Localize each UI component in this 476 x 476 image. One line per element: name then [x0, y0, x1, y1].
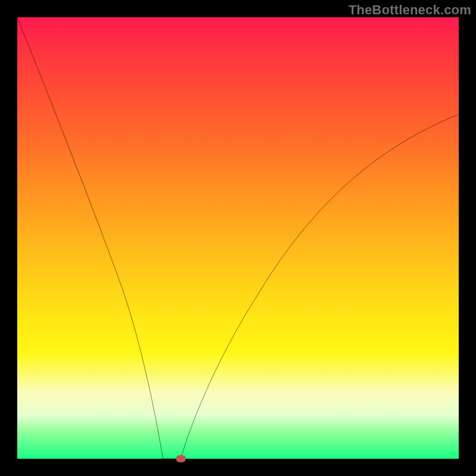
curve-svg: [17, 17, 459, 459]
watermark-text: TheBottleneck.com: [349, 2, 471, 18]
min-marker: [176, 455, 186, 462]
plot-area: [17, 17, 459, 459]
bottleneck-curve: [17, 17, 459, 459]
chart-frame: TheBottleneck.com: [0, 0, 476, 476]
